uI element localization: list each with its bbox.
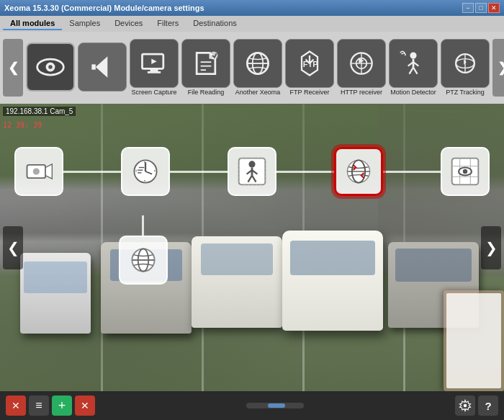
scroll-indicator[interactable] — [246, 403, 304, 408]
bottom-right-controls: ? — [455, 396, 498, 416]
pipeline-node-scheduler[interactable] — [121, 147, 170, 196]
sign-content — [446, 293, 501, 388]
module-icon-motion-detector[interactable]: Motion Detector — [389, 39, 438, 97]
pipeline-node-camera[interactable] — [14, 147, 63, 196]
main-content: 192.168.38.1 Cam_5 12 39: 39 — [0, 104, 504, 391]
module-icon-file-reading[interactable]: File Reading — [181, 39, 230, 97]
bottom-center-scroll — [246, 403, 304, 408]
tab-samples[interactable]: Samples — [62, 17, 107, 30]
sub-connector-vertical — [142, 215, 144, 236]
svg-point-11 — [210, 52, 218, 60]
svg-line-26 — [413, 68, 418, 74]
title-bar: Xeoma 15.3.30 (Commercial) Module/camera… — [0, 0, 504, 16]
module-icon-box-motion-detector[interactable] — [389, 39, 438, 88]
svg-point-32 — [33, 168, 40, 174]
sign-board — [444, 290, 504, 391]
svg-line-25 — [410, 68, 414, 74]
module-label-http-receiver: HTTP receiver — [341, 89, 382, 97]
module-icon-screen-capture[interactable]: Screen Capture — [130, 39, 179, 97]
modules-next-arrow[interactable]: ❯ — [492, 39, 504, 97]
module-icon-box-camera[interactable] — [26, 43, 75, 91]
pipeline-node-preview[interactable] — [441, 147, 490, 196]
settings-icon — [459, 399, 472, 412]
motion-detector-icon — [397, 48, 429, 79]
module-icon-http-receiver[interactable]: HTTP receiver — [337, 39, 386, 97]
car-3 — [192, 236, 282, 329]
scheduler-icon — [130, 156, 161, 187]
svg-marker-31 — [45, 164, 52, 179]
ptz-tracking-icon — [449, 48, 481, 79]
module-icon-box-screen-capture[interactable] — [130, 39, 179, 88]
preview-icon — [449, 156, 481, 187]
pipe-connector-3 — [276, 171, 334, 173]
module-icon-box-ftp-receiver[interactable]: FTP — [285, 39, 334, 88]
module-label-file-reading: File Reading — [188, 89, 225, 97]
help-button[interactable]: ? — [478, 396, 498, 416]
car-1 — [20, 253, 91, 334]
module-icon-box-ptz-tracking[interactable] — [441, 39, 490, 88]
sub-node-area — [119, 215, 168, 285]
feed-prev-button[interactable]: ❮ — [3, 226, 23, 269]
module-icon-another-xeoma[interactable]: Another Xeoma — [233, 39, 282, 97]
maximize-button[interactable]: □ — [475, 3, 487, 13]
pipe-connector-1 — [63, 171, 121, 173]
another-xeoma-icon — [242, 48, 274, 79]
pipeline — [14, 147, 490, 196]
module-label-ptz-tracking: PTZ Tracking — [446, 89, 485, 97]
module-label-another-xeoma: Another Xeoma — [235, 89, 281, 97]
pipeline-node-ftp[interactable] — [334, 147, 383, 196]
svg-point-2 — [48, 65, 53, 69]
back-arrow-icon — [86, 51, 118, 83]
svg-point-60 — [463, 169, 467, 174]
tab-devices[interactable]: Devices — [107, 17, 150, 30]
http-receiver-icon — [346, 48, 377, 79]
tab-destinations[interactable]: Destinations — [186, 17, 244, 30]
svg-point-21 — [410, 52, 416, 58]
module-row: ❮ Scre — [0, 32, 504, 104]
add-camera-button[interactable]: + — [52, 396, 72, 416]
timestamp: 12 39: 39 — [3, 121, 42, 129]
minimize-button[interactable]: − — [462, 3, 474, 13]
module-icon-camera[interactable] — [26, 43, 75, 93]
pipeline-sub-node-globe[interactable] — [119, 236, 168, 285]
car-4-windshield — [290, 241, 375, 276]
feed-next-button[interactable]: ❯ — [481, 226, 501, 269]
delete-camera-button[interactable]: ✕ — [6, 396, 26, 416]
car-1-windshield — [24, 262, 87, 294]
list-button[interactable]: ≡ — [29, 396, 49, 416]
module-icon-box-http-receiver[interactable] — [337, 39, 386, 88]
tab-filters[interactable]: Filters — [150, 17, 186, 30]
module-icon-box-file-reading[interactable] — [181, 39, 230, 88]
pipe-connector-4 — [383, 171, 441, 173]
scroll-thumb[interactable] — [268, 403, 285, 408]
window-controls: − □ ✕ — [462, 3, 500, 13]
bottom-left-controls: ✕ ≡ + ✕ — [6, 396, 95, 416]
module-icon-box-back[interactable] — [78, 43, 127, 91]
svg-marker-3 — [96, 56, 108, 77]
module-icon-back[interactable] — [78, 43, 127, 93]
car-5-windshield — [395, 249, 472, 281]
file-reading-icon — [190, 48, 222, 79]
module-icon-ptz-tracking[interactable]: PTZ Tracking — [441, 39, 490, 97]
svg-point-64 — [464, 404, 467, 408]
remove-button[interactable]: ✕ — [75, 396, 95, 416]
module-icon-box-another-xeoma[interactable] — [233, 39, 282, 88]
camera-pipe-icon — [23, 156, 55, 187]
tab-all-modules[interactable]: All modules — [3, 17, 62, 30]
module-icon-ftp-receiver[interactable]: FTP FTP Receiver — [285, 39, 334, 97]
module-label-ftp-receiver: FTP Receiver — [290, 89, 330, 97]
modules-prev-arrow[interactable]: ❮ — [3, 39, 23, 97]
settings-button[interactable] — [455, 396, 475, 416]
module-label-motion-detector: Motion Detector — [390, 89, 436, 97]
camera-label: 192.168.38.1 Cam_5 — [3, 107, 76, 116]
ftp-pipe-icon — [343, 156, 374, 187]
car-3-windshield — [201, 243, 274, 276]
car-4 — [282, 231, 383, 331]
svg-text:FTP: FTP — [303, 60, 318, 68]
pipeline-node-motion[interactable] — [228, 147, 276, 196]
close-button[interactable]: ✕ — [488, 3, 500, 13]
window-title: Xeoma 15.3.30 (Commercial) Module/camera… — [4, 4, 204, 12]
ftp-receiver-icon: FTP — [294, 48, 325, 79]
motion-pipe-icon — [236, 156, 268, 187]
globe-sub-icon — [127, 244, 159, 276]
